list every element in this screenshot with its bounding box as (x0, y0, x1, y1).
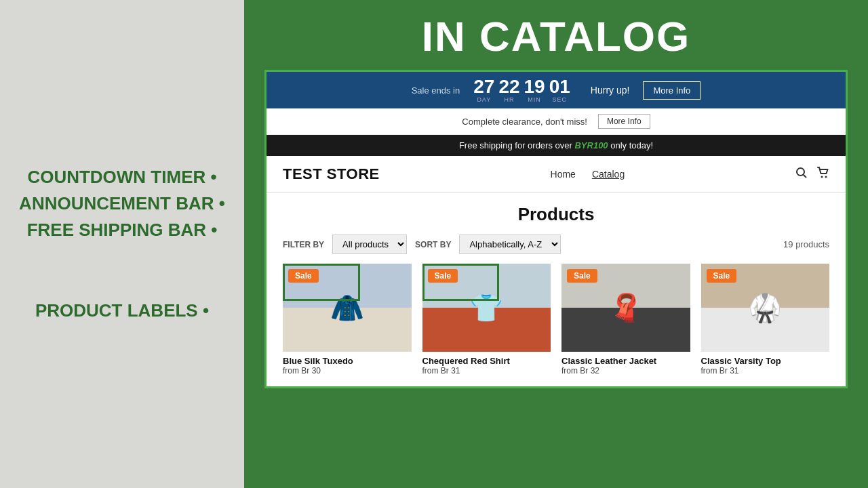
svg-point-2 (821, 176, 823, 178)
store-frame: Sale ends in 27 DAY 22 HR 19 MIN 01 SEC (264, 70, 848, 388)
search-button[interactable] (795, 167, 808, 182)
sale-badge-2: Sale (428, 269, 458, 283)
sale-ends-label: Sale ends in (412, 85, 460, 96)
sidebar-features: COUNTDOWN TIMER • ANNOUNCEMENT BAR • FRE… (19, 164, 225, 243)
sidebar-feature-1: COUNTDOWN TIMER • (19, 164, 225, 190)
timer-days: 27 DAY (473, 77, 494, 103)
timer-days-label: DAY (477, 96, 491, 103)
timer-hours: 22 HR (498, 77, 519, 103)
announcement-text: Complete clearance, don't miss! (462, 117, 587, 127)
sort-label: SORT BY (415, 240, 451, 249)
filter-select[interactable]: All products (332, 235, 407, 254)
sidebar-labels: PRODUCT LABELS • (35, 298, 209, 324)
store-nav: Home Catalog (393, 169, 782, 180)
sidebar-label-1: PRODUCT LABELS • (35, 298, 209, 324)
timer-hours-value: 22 (498, 77, 519, 96)
product-card-1[interactable]: 🧥 Sale Blue Silk Tuxedo from Br 30 (283, 264, 412, 375)
timer-seconds-value: 01 (549, 77, 570, 96)
product-name-1: Blue Silk Tuxedo (283, 356, 412, 366)
product-image-wrap-2: 👕 Sale (422, 264, 551, 352)
timer-days-value: 27 (473, 77, 494, 96)
timer-minutes-value: 19 (524, 77, 545, 96)
nav-home[interactable]: Home (551, 169, 576, 180)
countdown-more-info-button[interactable]: More Info (643, 81, 701, 100)
announcement-bar: Complete clearance, don't miss! More Inf… (267, 108, 846, 135)
cart-icon (817, 167, 829, 179)
shipping-text-after2: only today! (610, 140, 653, 150)
store-icons (795, 167, 829, 182)
svg-line-1 (804, 174, 807, 178)
product-image-wrap-3: 🧣 Sale (561, 264, 690, 352)
filter-bar: FILTER BY All products SORT BY Alphabeti… (283, 235, 829, 254)
hurry-text: Hurry up! (591, 85, 630, 96)
products-section: Products FILTER BY All products SORT BY … (267, 193, 846, 386)
announcement-more-info-button[interactable]: More Info (598, 114, 650, 129)
left-sidebar: COUNTDOWN TIMER • ANNOUNCEMENT BAR • FRE… (0, 0, 244, 488)
product-card-2[interactable]: 👕 Sale Chequered Red Shirt from Br 31 (422, 264, 551, 375)
sale-badge-3: Sale (567, 269, 597, 283)
product-price-2: from Br 31 (422, 366, 551, 375)
main-area: IN CATALOG Sale ends in 27 DAY 22 HR 19 … (244, 0, 868, 488)
timer-hours-label: HR (504, 96, 514, 103)
filter-label: FILTER BY (283, 240, 324, 249)
shipping-text-before: Free shipping for orders over (459, 140, 572, 150)
product-image-wrap-4: 🥋 Sale (701, 264, 830, 352)
product-card-3[interactable]: 🧣 Sale Classic Leather Jacket from Br 32 (561, 264, 690, 375)
timer-seconds-label: SEC (553, 96, 568, 103)
nav-catalog[interactable]: Catalog (592, 169, 625, 180)
product-count: 19 products (783, 239, 829, 249)
sidebar-feature-2: ANNOUNCEMENT BAR • (19, 190, 225, 217)
sort-select[interactable]: Alphabetically, A-Z (459, 235, 561, 254)
product-card-4[interactable]: 🥋 Sale Classic Varsity Top from Br 31 (701, 264, 830, 375)
timer-seconds: 01 SEC (549, 77, 570, 103)
timer-units: 27 DAY 22 HR 19 MIN 01 SEC (473, 77, 570, 103)
search-icon (795, 167, 808, 179)
sale-badge-4: Sale (707, 269, 737, 283)
svg-point-0 (797, 168, 804, 176)
product-image-wrap-1: 🧥 Sale (283, 264, 412, 352)
timer-minutes: 19 MIN (524, 77, 545, 103)
product-name-4: Classic Varsity Top (701, 356, 830, 366)
product-price-1: from Br 30 (283, 366, 412, 375)
cart-button[interactable] (817, 167, 829, 182)
shipping-amount: BYR100 (574, 140, 608, 150)
timer-minutes-label: MIN (528, 96, 541, 103)
sidebar-feature-3: FREE SHIPPING BAR • (19, 217, 225, 243)
countdown-bar: Sale ends in 27 DAY 22 HR 19 MIN 01 SEC (267, 72, 846, 108)
sale-badge-1: Sale (288, 269, 319, 283)
products-grid: 🧥 Sale Blue Silk Tuxedo from Br 30 👕 Sal… (283, 264, 829, 375)
shipping-bar: Free shipping for orders over BYR100 onl… (267, 135, 846, 156)
product-name-3: Classic Leather Jacket (561, 356, 690, 366)
product-price-4: from Br 31 (701, 366, 830, 375)
page-title: IN CATALOG (244, 0, 868, 67)
product-name-2: Chequered Red Shirt (422, 356, 551, 366)
product-price-3: from Br 32 (561, 366, 690, 375)
store-name: TEST STORE (283, 165, 380, 183)
store-header: TEST STORE Home Catalog (267, 156, 846, 193)
svg-point-3 (825, 176, 827, 178)
products-title: Products (283, 204, 829, 225)
